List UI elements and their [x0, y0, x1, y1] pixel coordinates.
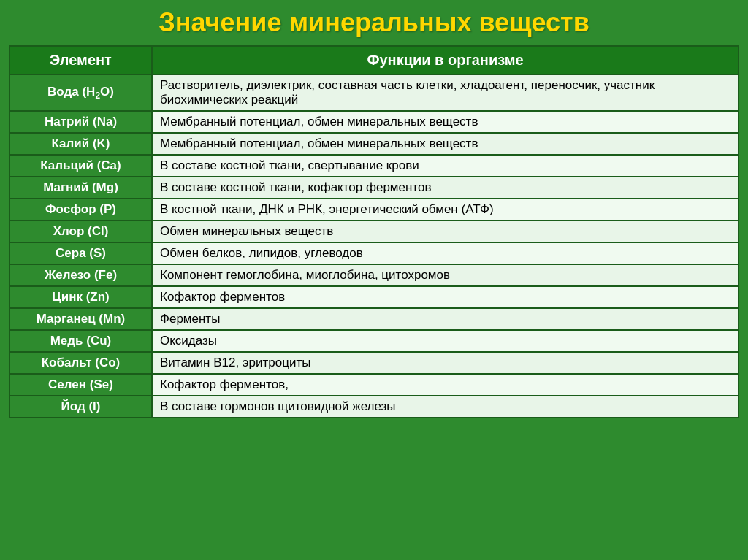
function-cell: В составе гормонов щитовидной железы [152, 396, 739, 418]
element-cell: Медь (Cu) [9, 330, 152, 352]
function-cell: Кофактор ферментов, [152, 374, 739, 396]
table-row: Магний (Mg)В составе костной ткани, кофа… [9, 177, 739, 199]
function-cell: Кофактор ферментов [152, 286, 739, 308]
function-cell: Витамин В12, эритроциты [152, 352, 739, 374]
table-row: Сера (S)Обмен белков, липидов, углеводов [9, 242, 739, 264]
table-row: Марганец (Mn)Ферменты [9, 308, 739, 330]
col2-header: Функции в организме [152, 46, 739, 74]
page-container: Значение минеральных веществ Элемент Фун… [0, 0, 748, 560]
function-cell: Ферменты [152, 308, 739, 330]
element-cell: Цинк (Zn) [9, 286, 152, 308]
function-cell: Оксидазы [152, 330, 739, 352]
element-cell: Вода (H2O) [9, 74, 152, 111]
minerals-table: Элемент Функции в организме Вода (H2O)Ра… [9, 45, 739, 418]
table-row: Цинк (Zn)Кофактор ферментов [9, 286, 739, 308]
element-cell: Селен (Se) [9, 374, 152, 396]
function-cell: В костной ткани, ДНК и РНК, энергетическ… [152, 199, 739, 220]
table-row: Железо (Fe)Компонент гемоглобина, миогло… [9, 264, 739, 286]
table-row: Натрий (Na)Мембранный потенциал, обмен м… [9, 111, 739, 133]
table-row: Фосфор (P)В костной ткани, ДНК и РНК, эн… [9, 199, 739, 220]
table-row: Кобальт (Co)Витамин В12, эритроциты [9, 352, 739, 374]
function-cell: Мембранный потенциал, обмен минеральных … [152, 133, 739, 155]
function-cell: Мембранный потенциал, обмен минеральных … [152, 111, 739, 133]
function-cell: Компонент гемоглобина, миоглобина, цитох… [152, 264, 739, 286]
table-row: Хлор (Cl)Обмен минеральных веществ [9, 220, 739, 242]
element-cell: Калий (K) [9, 133, 152, 155]
element-cell: Йод (I) [9, 396, 152, 418]
element-cell: Сера (S) [9, 242, 152, 264]
function-cell: Обмен минеральных веществ [152, 220, 739, 242]
table-row: Калий (K)Мембранный потенциал, обмен мин… [9, 133, 739, 155]
table-row: Селен (Se)Кофактор ферментов, [9, 374, 739, 396]
table-row: Вода (H2O)Растворитель, диэлектрик, сост… [9, 74, 739, 111]
function-cell: В составе костной ткани, кофактор фермен… [152, 177, 739, 199]
col1-header: Элемент [9, 46, 152, 74]
element-cell: Хлор (Cl) [9, 220, 152, 242]
element-cell: Кобальт (Co) [9, 352, 152, 374]
element-cell: Магний (Mg) [9, 177, 152, 199]
page-title: Значение минеральных веществ [159, 7, 589, 38]
table-row: Кальций (Ca)В составе костной ткани, све… [9, 155, 739, 177]
element-cell: Железо (Fe) [9, 264, 152, 286]
element-cell: Фосфор (P) [9, 199, 152, 220]
table-row: Медь (Cu)Оксидазы [9, 330, 739, 352]
function-cell: В составе костной ткани, свертывание кро… [152, 155, 739, 177]
table-row: Йод (I)В составе гормонов щитовидной жел… [9, 396, 739, 418]
element-cell: Натрий (Na) [9, 111, 152, 133]
function-cell: Растворитель, диэлектрик, составная част… [152, 74, 739, 111]
element-cell: Марганец (Mn) [9, 308, 152, 330]
element-cell: Кальций (Ca) [9, 155, 152, 177]
function-cell: Обмен белков, липидов, углеводов [152, 242, 739, 264]
